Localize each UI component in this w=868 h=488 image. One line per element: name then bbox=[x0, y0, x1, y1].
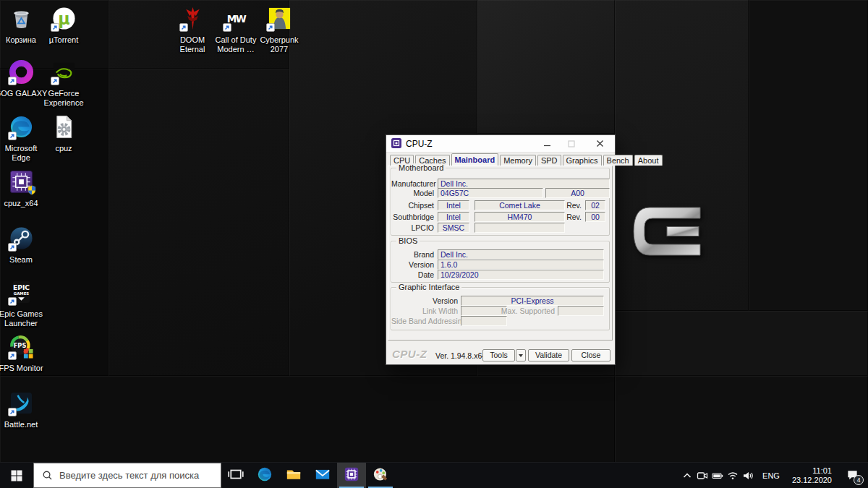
gi-link-width-label: Link Width bbox=[391, 307, 458, 315]
shortcut-arrow-icon bbox=[179, 23, 188, 32]
southbridge-vendor-value: Intel bbox=[438, 212, 469, 222]
maximize-button bbox=[559, 135, 584, 152]
graphic-interface-group-label: Graphic Interface bbox=[396, 283, 461, 291]
uac-shield-icon bbox=[27, 185, 36, 195]
shortcut-arrow-icon bbox=[8, 408, 17, 416]
notification-badge: 4 bbox=[854, 475, 864, 485]
clock-time: 11:01 bbox=[792, 466, 832, 476]
wallpaper-panel bbox=[109, 69, 289, 376]
bios-date-label: Date bbox=[391, 270, 434, 279]
clock[interactable]: 11:01 23.12.2020 bbox=[787, 466, 837, 485]
desktop-icon-label: 2077 bbox=[247, 45, 311, 54]
wallpaper-panel bbox=[615, 376, 868, 463]
desktop-icon-epic-games[interactable]: EPICGAMESEpic GamesLauncher bbox=[0, 280, 53, 328]
gi-max-supported-value bbox=[558, 306, 604, 316]
desktop-icon-steam[interactable]: Steam bbox=[0, 226, 53, 265]
tab-spd[interactable]: SPD bbox=[537, 155, 561, 166]
taskbar-file-explorer-button[interactable] bbox=[279, 463, 308, 488]
language-indicator[interactable]: ENG bbox=[757, 471, 785, 480]
model-value: 04G57C bbox=[438, 188, 543, 198]
fps-icon: FPS bbox=[9, 334, 34, 359]
chipset-rev-value: 02 bbox=[585, 200, 605, 210]
desktop-icon-label: Launcher bbox=[0, 319, 53, 328]
meet-now-icon[interactable] bbox=[694, 463, 710, 488]
svg-text:EPIC: EPIC bbox=[12, 283, 29, 291]
taskbar-mail-button[interactable] bbox=[308, 463, 337, 488]
taskbar-paint-button[interactable] bbox=[366, 463, 395, 488]
tools-dropdown-button[interactable] bbox=[516, 349, 526, 361]
desktop-icon-cyberpunk[interactable]: Cyberpunk2077 bbox=[247, 6, 311, 54]
search-input[interactable] bbox=[59, 470, 211, 481]
southbridge-label: Southbridge bbox=[391, 213, 434, 221]
shortcut-arrow-icon bbox=[51, 77, 59, 85]
validate-button[interactable]: Validate bbox=[528, 349, 569, 361]
close-button[interactable] bbox=[587, 135, 612, 152]
gi-version-value: PCI-Express bbox=[461, 296, 604, 306]
gi-max-supported-label: Max. Supported bbox=[488, 307, 555, 315]
graphic-interface-group: Graphic Interface Version PCI-Express Li… bbox=[391, 287, 610, 330]
manufacturer-value: Dell Inc. bbox=[438, 179, 610, 189]
edge-icon bbox=[257, 466, 273, 485]
tab-bench[interactable]: Bench bbox=[603, 155, 633, 166]
cpuz-app-icon bbox=[391, 137, 402, 149]
battlenet-icon bbox=[9, 390, 34, 416]
chevron-up-icon[interactable] bbox=[679, 463, 694, 488]
volume-icon[interactable] bbox=[740, 463, 755, 488]
wallpaper-panel bbox=[0, 376, 615, 463]
close-window-button[interactable]: Close bbox=[571, 349, 610, 361]
tab-memory[interactable]: Memory bbox=[500, 155, 536, 166]
geforce-icon bbox=[51, 59, 77, 85]
paint-icon bbox=[373, 466, 388, 485]
shortcut-arrow-icon bbox=[266, 23, 275, 32]
bios-date-value: 10/29/2020 bbox=[438, 270, 604, 280]
taskbar-edge-button[interactable] bbox=[250, 463, 279, 488]
tab-mainboard[interactable]: Mainboard bbox=[451, 153, 499, 166]
dropdown-arrow-icon bbox=[519, 354, 523, 357]
gi-side-band-label: Side Band Addressing bbox=[391, 317, 458, 325]
tab-about[interactable]: About bbox=[634, 155, 663, 166]
wallpaper-panel bbox=[615, 311, 868, 376]
desktop-icon-label: FPS Monitor bbox=[0, 364, 53, 373]
bios-version-value: 1.6.0 bbox=[438, 260, 604, 270]
desktop-icon-geforce[interactable]: GeForceExperience bbox=[32, 59, 95, 108]
tools-button[interactable]: Tools bbox=[482, 349, 515, 361]
file-explorer-icon bbox=[286, 466, 302, 485]
minimize-button[interactable] bbox=[535, 135, 559, 152]
desktop-icon-battle-net[interactable]: Battle.net bbox=[0, 390, 53, 429]
wallpaper-monogram-g: G bbox=[631, 203, 706, 260]
taskbar-apps bbox=[221, 463, 395, 488]
taskbar-cpuz-button[interactable] bbox=[337, 463, 366, 488]
utorrent-icon: µ bbox=[51, 6, 77, 31]
shortcut-arrow-icon bbox=[8, 132, 17, 140]
desktop-icon-cpuz[interactable]: cpuz bbox=[32, 114, 95, 153]
wifi-icon[interactable] bbox=[725, 463, 740, 488]
bios-brand-value: Dell Inc. bbox=[438, 249, 604, 260]
taskbar-search[interactable] bbox=[33, 463, 221, 488]
task-view-icon bbox=[228, 466, 244, 485]
motherboard-group: Motherboard Manufacturer Dell Inc. Model… bbox=[391, 168, 610, 236]
cpuz-footer-logo: CPU-Z bbox=[392, 348, 427, 360]
window-title: CPU-Z bbox=[406, 139, 433, 149]
desktop-icon-fps-monitor[interactable]: FPSFPS Monitor bbox=[0, 334, 53, 373]
edge-icon bbox=[9, 114, 34, 140]
shortcut-arrow-icon bbox=[8, 243, 17, 252]
cyberpunk-icon bbox=[267, 6, 292, 31]
taskbar-task-view-button[interactable] bbox=[221, 463, 250, 488]
chipset-label: Chipset bbox=[391, 201, 434, 210]
window-titlebar[interactable]: CPU-Z bbox=[386, 135, 615, 153]
battery-icon[interactable] bbox=[710, 463, 725, 488]
shortcut-arrow-icon bbox=[51, 23, 59, 32]
bios-brand-label: Brand bbox=[391, 250, 434, 259]
tab-graphics[interactable]: Graphics bbox=[563, 155, 602, 166]
desktop-icon-cpuz-x64[interactable]: cpuz_x64 bbox=[0, 169, 53, 208]
desktop-icon-label: Edge bbox=[0, 153, 53, 163]
action-center-button[interactable]: 4 bbox=[839, 463, 865, 488]
model-revision-value: A00 bbox=[545, 188, 610, 198]
recyclebin-icon bbox=[9, 6, 34, 31]
lpcio-value: SMSC bbox=[438, 223, 469, 233]
shortcut-arrow-icon bbox=[223, 23, 231, 32]
start-button[interactable] bbox=[0, 463, 33, 488]
taskbar: ENG 11:01 23.12.2020 4 bbox=[0, 462, 868, 488]
desktop-icon-µtorrent[interactable]: µµTorrent bbox=[32, 6, 95, 45]
steam-icon bbox=[9, 226, 34, 251]
